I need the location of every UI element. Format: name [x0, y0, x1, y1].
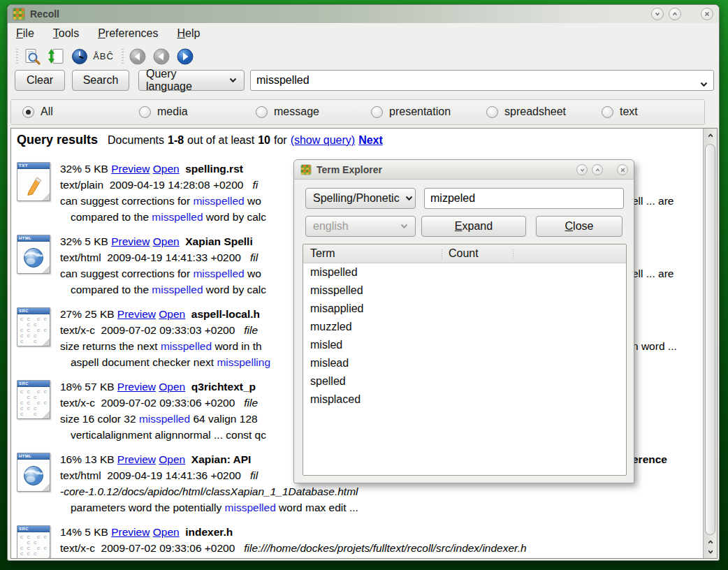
column-resize-handle[interactable]	[513, 249, 514, 258]
next-page-icon[interactable]	[175, 47, 195, 66]
chevron-down-icon[interactable]	[700, 78, 708, 90]
query-language-dropdown[interactable]: Query language	[138, 70, 245, 91]
term-row[interactable]: spelled	[303, 372, 626, 390]
show-query-link[interactable]: (show query)	[291, 134, 355, 147]
close-button[interactable]	[701, 8, 713, 20]
filter-radio-message[interactable]: message	[256, 105, 319, 118]
search-input[interactable]	[256, 71, 690, 89]
html-document-icon: HTML	[17, 453, 50, 492]
term-explorer-icon[interactable]: ÅBĈ	[94, 47, 113, 66]
term-row[interactable]: misplaced	[303, 390, 626, 409]
column-resize-handle[interactable]	[442, 249, 442, 258]
maximize-button[interactable]	[592, 164, 603, 175]
dialog-title-bar[interactable]: Term Explorer	[294, 160, 634, 180]
minimize-button[interactable]	[576, 164, 588, 175]
preview-link[interactable]: Preview	[117, 381, 156, 393]
result-url: file:///home/dockes/projets/fulltext/rec…	[244, 542, 526, 554]
result-title: indexer.h	[185, 526, 233, 538]
result-row: SRCc c c c c c c c c c c c c c c14% 5 KB…	[17, 524, 696, 559]
src-document-icon: SRCc c c c c c c c c c c c c c c	[17, 380, 50, 419]
term-row[interactable]: misspelled	[303, 282, 626, 300]
term-row[interactable]: misapplied	[303, 300, 626, 318]
next-page-link[interactable]: Next	[358, 134, 383, 147]
result-snippet: size returns the next misspelled word in…	[60, 338, 262, 354]
preview-link[interactable]: Preview	[117, 308, 156, 320]
scroll-down-icon[interactable]	[706, 548, 714, 555]
results-scrollbar[interactable]	[703, 129, 717, 558]
result-snippet: parameters word the potentially misspell…	[60, 499, 358, 516]
result-date: 2009-07-02 09:33:03 +0200	[101, 324, 235, 336]
preview-link[interactable]: Preview	[117, 453, 156, 465]
documents-label: Documents	[108, 134, 164, 147]
result-url: fil	[250, 469, 258, 481]
open-link[interactable]: Open	[153, 526, 180, 538]
result-snippet: compared to the misspelled word by calc	[60, 282, 266, 298]
expansion-mode-label: Spelling/Phonetic	[313, 192, 400, 205]
close-icon	[704, 10, 711, 17]
toolbar-handle[interactable]	[16, 49, 18, 64]
documents-range: 1-8	[168, 134, 184, 147]
toolbar-handle[interactable]	[122, 49, 124, 64]
open-link[interactable]: Open	[153, 235, 180, 247]
term-input[interactable]	[430, 189, 618, 207]
filter-radio-media[interactable]: media	[139, 105, 188, 118]
html-document-icon: HTML	[17, 235, 50, 274]
search-button[interactable]: Search	[72, 70, 129, 91]
result-mime: text/x-c	[60, 324, 95, 336]
menu-item-file[interactable]: File	[16, 27, 34, 40]
term-input-field[interactable]	[424, 188, 624, 209]
dialog-close-button[interactable]: Close	[536, 216, 623, 237]
previous-page-icon[interactable]	[152, 47, 171, 66]
preview-link[interactable]: Preview	[111, 526, 150, 538]
result-overflow-text: n word ...	[632, 338, 677, 354]
sort-parameters-icon[interactable]	[46, 47, 66, 66]
open-link[interactable]: Open	[159, 308, 185, 320]
preview-link[interactable]: Preview	[111, 235, 150, 247]
minimize-button[interactable]	[651, 8, 664, 20]
advanced-search-icon[interactable]	[22, 47, 42, 66]
result-title: Xapian Spelli	[185, 235, 252, 247]
filter-radio-spreadsheet[interactable]: spreadsheet	[486, 105, 566, 118]
first-page-icon[interactable]	[128, 47, 147, 66]
scrollbar-thumb[interactable]	[705, 144, 715, 535]
result-date: 2009-04-19 14:41:36 +0200	[107, 469, 241, 481]
window-title: Recoll	[30, 8, 59, 20]
filter-radio-presentation[interactable]: presentation	[371, 105, 451, 118]
term-row[interactable]: muzzled	[303, 318, 626, 336]
open-link[interactable]: Open	[153, 163, 180, 175]
term-row[interactable]: misled	[303, 336, 626, 354]
term-column-header[interactable]: Term	[310, 247, 335, 260]
filter-label: text	[620, 105, 638, 118]
clear-button[interactable]: Clear	[15, 70, 65, 91]
expansion-mode-dropdown[interactable]: Spelling/Phonetic	[305, 188, 416, 209]
scroll-up-icon[interactable]	[706, 538, 714, 546]
result-url: file	[244, 397, 258, 409]
expand-button[interactable]: Expand	[421, 216, 526, 237]
search-entry-combobox[interactable]	[250, 70, 714, 91]
term-table-header[interactable]: Term Count	[303, 244, 626, 263]
term-row[interactable]: mispelled	[303, 263, 626, 282]
result-mime: text/html	[60, 251, 101, 263]
result-snippet: can suggest corrections for misspelled w…	[60, 193, 261, 209]
result-snippet: compared to the misspelled word by calc	[60, 209, 266, 225]
count-column-header[interactable]: Count	[449, 247, 479, 260]
document-history-icon[interactable]	[70, 47, 89, 66]
preview-link[interactable]: Preview	[111, 163, 150, 175]
of-label: out of at least	[187, 134, 254, 147]
title-bar[interactable]: Recoll	[8, 5, 719, 23]
menu-item-preferences[interactable]: Preferences	[98, 27, 158, 40]
close-button[interactable]	[617, 164, 628, 175]
term-row[interactable]: mislead	[303, 354, 626, 372]
open-link[interactable]: Open	[159, 381, 185, 393]
result-snippet: -core-1.0.12/docs/apidoc/html/classXapia…	[60, 483, 358, 499]
term-table-body: mispelledmisspelledmisappliedmuzzledmisl…	[303, 263, 626, 475]
menu-item-tools[interactable]: Tools	[53, 27, 79, 40]
maximize-button[interactable]	[669, 8, 681, 20]
filter-radio-all[interactable]: All	[22, 105, 53, 118]
filter-radio-text[interactable]: text	[602, 105, 638, 118]
menu-item-help[interactable]: Help	[177, 27, 200, 40]
open-link[interactable]: Open	[159, 453, 185, 465]
scroll-up-icon[interactable]	[706, 131, 714, 139]
recoll-app-icon	[301, 165, 311, 175]
result-snippet: size 16 color 32 misspelled 64 valign 12…	[60, 411, 258, 427]
